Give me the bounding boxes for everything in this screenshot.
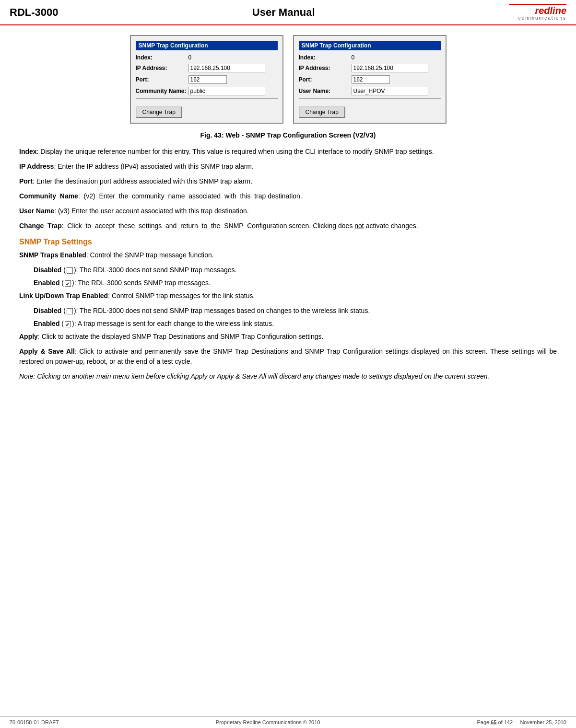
field-port: Port: Enter the destination port address… — [19, 176, 557, 186]
desc-port: : Enter the destination port address ass… — [33, 177, 252, 185]
footer-center-text: Proprietary Redline Communications © 201… — [216, 719, 320, 725]
desc-changetrap: : Click to accept these settings and ret… — [62, 222, 418, 230]
snmp-v3-ip-row: IP Address: — [299, 64, 441, 72]
field-changetrap: Change Trap: Click to accept these setti… — [19, 221, 557, 231]
term-apply-save: Apply & Save All — [19, 347, 75, 355]
snmp-v2-port-row: Port: — [136, 75, 278, 84]
desc-apply: : Click to activate the displayed SNMP T… — [38, 333, 324, 340]
desc-disabled: ): The RDL-3000 does not send SNMP trap … — [74, 266, 237, 274]
footer-right: Page 65 of 142 November 25, 2010 — [477, 719, 566, 725]
snmp-v2-change-trap-button[interactable]: Change Trap — [136, 106, 182, 118]
snmp-v2-index-label: Index: — [136, 54, 188, 61]
header-title-right: User Manual — [252, 6, 315, 19]
snmp-v3-username-input[interactable] — [352, 87, 428, 95]
checkbox-checked2-icon — [65, 321, 71, 327]
snmp-v2-index-row: Index: 0 — [136, 54, 278, 61]
snmp-v3-username-label: User Name: — [299, 88, 352, 94]
snmp-v3-port-row: Port: — [299, 75, 441, 84]
term-disabled2: Disabled — [34, 307, 61, 314]
desc-apply-save: : Click to activate and permanently save… — [19, 347, 557, 365]
snmp-v2-community-input[interactable] — [188, 87, 265, 95]
snmp-v3-ip-input[interactable] — [352, 64, 428, 72]
snmp-v3-ip-label: IP Address: — [299, 65, 352, 71]
snmp-v3-port-label: Port: — [299, 76, 352, 83]
snmp-v2-ip-label: IP Address: — [136, 65, 188, 71]
page-footer: 70-00158-01-DRAFT Proprietary Redline Co… — [0, 716, 576, 728]
footer-page-total: of 142 — [498, 719, 513, 725]
term-community: Community Name — [19, 192, 78, 200]
logo-text-red: redline — [535, 6, 566, 15]
snmp-v3-username-row: User Name: — [299, 87, 441, 95]
desc-enabled: ): The RDL-3000 sends SNMP trap messages… — [72, 279, 211, 287]
checkbox-checked-icon — [65, 280, 71, 287]
disabled-item: Disabled (): The RDL-3000 does not send … — [34, 265, 557, 275]
desc-username: : (v3) Enter the user account associated… — [54, 207, 248, 215]
term-port: Port — [19, 177, 33, 185]
snmp-v2-port-label: Port: — [136, 76, 188, 83]
snmp-v3-port-input[interactable] — [352, 75, 390, 84]
linkupdown-text: Link Up/Down Trap Enabled: Control SNMP … — [19, 291, 557, 301]
snmp-v2-index-value: 0 — [188, 54, 192, 61]
snmp-traps-enabled-text: SNMP Traps Enabled: Control the SNMP tra… — [19, 250, 557, 260]
note-text: Note: Clicking on another main menu item… — [19, 371, 557, 381]
snmp-v2-port-input[interactable] — [188, 75, 227, 84]
term-disabled: Disabled — [34, 266, 61, 274]
term-index: Index — [19, 148, 37, 155]
desc-linkupdown: : Control SNMP trap messages for the lin… — [108, 292, 255, 300]
term-apply: Apply — [19, 333, 38, 340]
desc-index: : Display the unique reference number fo… — [37, 148, 434, 155]
enabled2-item: Enabled (): A trap message is sent for e… — [34, 319, 557, 329]
footer-left: 70-00158-01-DRAFT — [10, 719, 59, 725]
footer-page-label: Page — [477, 719, 489, 725]
checkbox-empty2-icon — [67, 308, 73, 314]
header-title-left: RDL-3000 — [10, 6, 58, 19]
term-enabled: Enabled — [34, 279, 59, 287]
snmp-v2-community-row: Community Name: — [136, 87, 278, 95]
enabled-item: Enabled (): The RDL-3000 sends SNMP trap… — [34, 278, 557, 288]
apply-save-text: Apply & Save All: Click to activate and … — [19, 347, 557, 367]
term-username: User Name — [19, 207, 54, 215]
disabled2-item: Disabled (): The RDL-3000 does not send … — [34, 306, 557, 316]
snmp-v3-index-value: 0 — [352, 54, 355, 61]
term-ip: IP Address — [19, 162, 54, 170]
logo-text-sub: communications — [518, 15, 566, 21]
screenshots-row: SNMP Trap Configuration Index: 0 IP Addr… — [19, 35, 557, 124]
redline-logo: redline communications — [509, 4, 566, 21]
term-changetrap: Change Trap — [19, 222, 62, 230]
term-snmp-traps-enabled: SNMP Traps Enabled — [19, 251, 86, 259]
snmp-v3-box: SNMP Trap Configuration Index: 0 IP Addr… — [293, 35, 447, 124]
snmp-v2-ip-input[interactable] — [188, 64, 265, 72]
desc-snmp-traps-enabled: : Control the SNMP trap message function… — [86, 251, 214, 259]
snmp-v3-change-trap-button[interactable]: Change Trap — [299, 106, 345, 118]
page-header: RDL-3000 User Manual redline communicati… — [0, 0, 576, 25]
snmp-v3-index-label: Index: — [299, 54, 352, 61]
snmp-v2-community-label: Community Name: — [136, 88, 188, 94]
snmp-v2-title: SNMP Trap Configuration — [136, 41, 278, 50]
field-community: Community Name: (v2) Enter the community… — [19, 191, 557, 201]
field-index: Index: Display the unique reference numb… — [19, 147, 557, 157]
desc-community: : (v2) Enter the community name associat… — [78, 192, 302, 200]
snmp-v2-box: SNMP Trap Configuration Index: 0 IP Addr… — [130, 35, 283, 124]
desc-ip: : Enter the IP address (IPv4) associated… — [54, 162, 254, 170]
snmp-v2-ip-row: IP Address: — [136, 64, 278, 72]
figure-caption-text: Fig. 43: Web - SNMP Trap Configuration S… — [200, 131, 376, 139]
checkbox-empty-icon — [67, 267, 73, 274]
field-username: User Name: (v3) Enter the user account a… — [19, 206, 557, 216]
term-linkupdown: Link Up/Down Trap Enabled — [19, 292, 108, 300]
figure-caption: Fig. 43: Web - SNMP Trap Configuration S… — [19, 131, 557, 139]
desc-disabled2: ): The RDL-3000 does not send SNMP trap … — [74, 307, 370, 314]
footer-date: November 25, 2010 — [520, 719, 566, 725]
field-ip: IP Address: Enter the IP address (IPv4) … — [19, 162, 557, 172]
footer-page-number: 65 — [491, 719, 496, 725]
footer-center: Proprietary Redline Communications © 201… — [216, 719, 320, 725]
snmp-v3-index-row: Index: 0 — [299, 54, 441, 61]
apply-text: Apply: Click to activate the displayed S… — [19, 332, 557, 342]
main-content: SNMP Trap Configuration Index: 0 IP Addr… — [0, 25, 576, 396]
snmp-v3-title: SNMP Trap Configuration — [299, 41, 441, 50]
desc-enabled2: ): A trap message is sent for each chang… — [72, 320, 274, 327]
term-enabled2: Enabled — [34, 320, 59, 327]
snmp-trap-settings-heading: SNMP Trap Settings — [19, 238, 557, 246]
